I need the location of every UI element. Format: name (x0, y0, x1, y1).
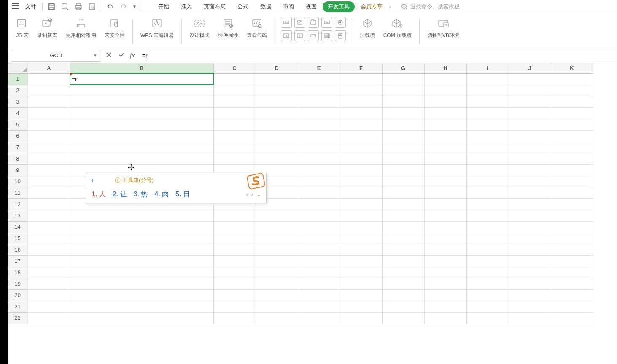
cell[interactable] (340, 244, 382, 255)
cell[interactable] (298, 119, 340, 130)
cell[interactable] (466, 187, 509, 198)
save-as-icon[interactable] (59, 1, 71, 12)
cell[interactable] (70, 267, 213, 278)
cell[interactable] (466, 73, 509, 85)
cell[interactable] (298, 301, 340, 312)
redo-icon[interactable] (117, 1, 130, 12)
cell[interactable] (340, 267, 382, 278)
cell[interactable] (424, 301, 466, 312)
print-preview-icon[interactable] (86, 1, 98, 12)
cell[interactable] (551, 210, 593, 221)
cell[interactable] (466, 96, 509, 107)
undo-icon[interactable] (104, 1, 116, 12)
col-header-D[interactable]: D (256, 63, 298, 73)
cell[interactable] (256, 278, 298, 289)
tab-data[interactable]: 数据 (254, 0, 277, 13)
row-header[interactable]: 3 (8, 96, 28, 107)
cell[interactable] (382, 164, 424, 176)
cell[interactable] (28, 85, 70, 96)
cell[interactable] (382, 142, 424, 153)
cell[interactable] (509, 107, 551, 119)
col-header-H[interactable]: H (424, 63, 466, 73)
control-combo-icon[interactable] (308, 30, 319, 41)
row-header[interactable]: 13 (8, 210, 28, 221)
cell[interactable] (424, 73, 466, 85)
cell[interactable] (298, 198, 340, 210)
cell[interactable] (256, 233, 298, 244)
cell[interactable] (213, 153, 256, 164)
cell[interactable] (256, 289, 298, 301)
row-header[interactable]: 19 (8, 278, 28, 289)
cell[interactable] (298, 142, 340, 153)
cell[interactable] (213, 96, 256, 107)
cell[interactable] (509, 73, 551, 85)
ime-candidate[interactable]: 3. 热 (134, 190, 148, 199)
cell[interactable] (509, 142, 551, 153)
cell[interactable] (424, 107, 466, 119)
cell[interactable] (256, 221, 298, 233)
cell[interactable] (424, 233, 466, 244)
cell[interactable] (256, 301, 298, 312)
ime-expand-icon[interactable]: ⌄ (256, 191, 261, 198)
cell[interactable] (256, 210, 298, 221)
cell[interactable] (509, 312, 551, 324)
cell[interactable] (424, 96, 466, 107)
cell[interactable] (28, 187, 70, 198)
cell[interactable] (424, 130, 466, 142)
cell[interactable] (298, 244, 340, 255)
ribbon-control-props[interactable]: 控件属性 (214, 17, 242, 39)
cell[interactable] (466, 210, 509, 221)
cell[interactable] (28, 244, 70, 255)
cell[interactable] (382, 130, 424, 142)
cell[interactable] (298, 221, 340, 233)
ribbon-com-addins[interactable]: COM 加载项 (379, 17, 416, 39)
cell[interactable] (256, 312, 298, 324)
cell[interactable] (466, 153, 509, 164)
control-checkbox-icon[interactable] (294, 17, 305, 28)
row-header[interactable]: 22 (8, 312, 28, 324)
cell[interactable] (551, 153, 593, 164)
row-header[interactable]: 18 (8, 267, 28, 278)
cell[interactable] (551, 142, 593, 153)
cell[interactable] (466, 255, 509, 267)
cell[interactable] (28, 278, 70, 289)
control-label-icon[interactable]: btn (321, 17, 332, 28)
cell[interactable] (213, 244, 256, 255)
row-header[interactable]: 10 (8, 176, 28, 187)
cell[interactable] (70, 233, 213, 244)
ime-candidate[interactable]: 5. 日 (175, 190, 190, 199)
col-header-E[interactable]: E (298, 63, 340, 73)
cell[interactable] (509, 255, 551, 267)
cell[interactable] (256, 119, 298, 130)
cell[interactable] (298, 96, 340, 107)
cell[interactable] (28, 130, 70, 142)
cell[interactable] (70, 153, 213, 164)
cell[interactable] (70, 85, 213, 96)
cell[interactable] (382, 312, 424, 324)
cell[interactable] (213, 85, 256, 96)
cell[interactable] (298, 210, 340, 221)
cell[interactable] (382, 153, 424, 164)
cell[interactable] (70, 107, 213, 119)
ime-hint[interactable]: i 工具箱(分号) (115, 177, 154, 184)
row-header[interactable]: 2 (8, 85, 28, 96)
cell[interactable] (466, 130, 509, 142)
cell[interactable] (28, 176, 70, 187)
row-header[interactable]: 20 (8, 289, 28, 301)
col-header-K[interactable]: K (551, 63, 593, 73)
control-list-icon[interactable] (321, 30, 332, 41)
col-header-B[interactable]: B (70, 63, 213, 73)
cell[interactable] (340, 107, 382, 119)
cell[interactable] (70, 130, 213, 142)
cell[interactable] (213, 289, 256, 301)
cell[interactable] (298, 85, 340, 96)
cell[interactable] (424, 85, 466, 96)
cell[interactable] (213, 73, 256, 85)
cell[interactable] (213, 119, 256, 130)
cell[interactable] (340, 221, 382, 233)
cell[interactable] (382, 233, 424, 244)
cell[interactable] (340, 142, 382, 153)
cell[interactable] (28, 142, 70, 153)
cell[interactable] (551, 267, 593, 278)
cell[interactable] (382, 244, 424, 255)
